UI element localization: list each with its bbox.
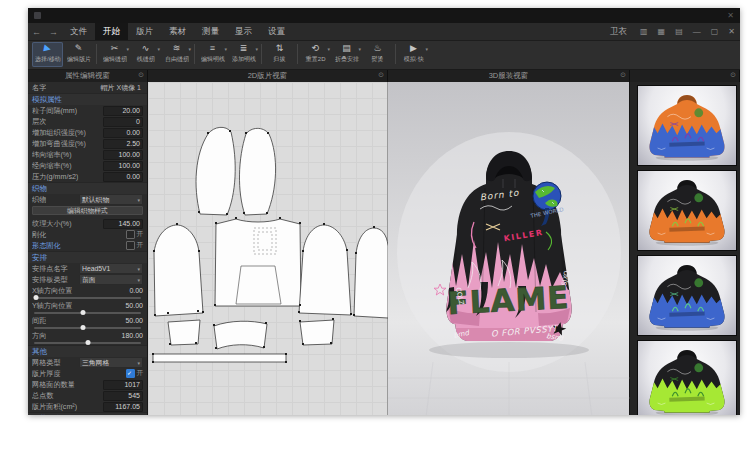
dropdown-select[interactable]: Head5V1▾ xyxy=(79,263,143,274)
garment-3d-view[interactable]: Born to THE WORLD KILLER FLAME O FOR PVS… xyxy=(388,82,630,415)
caret-down-icon: ▾ xyxy=(425,46,428,52)
menu-item-5[interactable]: 显示 xyxy=(227,23,260,40)
fold-arrange-icon: ▤ xyxy=(342,42,351,55)
panel-headers: 属性编辑视窗 ⊙ 2D版片视窗 ⊙ 3D服装视窗 ⊙ ⊙ xyxy=(28,70,740,82)
property-label: 纹理大小(%) xyxy=(32,219,72,229)
checkbox[interactable] xyxy=(126,241,135,250)
pattern-piece-sleeve-right[interactable] xyxy=(299,225,351,315)
pattern-piece-hood-left[interactable] xyxy=(196,127,235,215)
property-value[interactable]: 1017 xyxy=(103,380,143,390)
tool-free-sewing[interactable]: ≋▾自由缝纫 xyxy=(161,42,192,67)
tool-label: 模拟·快 xyxy=(404,55,424,63)
titlebar-close-icon[interactable]: ✕ xyxy=(727,12,734,20)
back-icon[interactable]: ← xyxy=(28,23,45,40)
property-label: Y轴方向位置 xyxy=(32,301,72,311)
panels-icon[interactable]: ▦ xyxy=(653,23,671,40)
section-header: 其他 xyxy=(28,345,147,357)
tool-edit-topstitch[interactable]: ≡▾编辑明线 xyxy=(197,42,228,67)
tool-label: 编辑缝纫 xyxy=(103,55,127,63)
panel-menu-icon[interactable]: ⊙ xyxy=(730,71,736,79)
variant-thumbnail-1[interactable] xyxy=(637,85,737,166)
pattern-pieces xyxy=(148,82,388,415)
property-value[interactable]: 0.00 xyxy=(103,172,143,182)
property-row: 纹理大小(%)145.00 xyxy=(28,218,147,229)
checkbox[interactable] xyxy=(126,369,135,378)
pattern-2d-view[interactable] xyxy=(148,82,388,415)
menu-item-1[interactable]: 开始 xyxy=(95,23,128,40)
property-label: 增加组织强度(%) xyxy=(32,128,86,138)
tool-shaping[interactable]: ⇅归拔 xyxy=(264,42,295,67)
pattern-piece-waistband[interactable] xyxy=(214,321,267,349)
pattern-piece-cuff-left[interactable] xyxy=(168,320,200,345)
slider-track[interactable] xyxy=(34,312,141,314)
property-row: 纬向缩率(%)100.00 xyxy=(28,149,147,160)
property-row: 安排板类型前面▾ xyxy=(28,274,147,285)
users-icon[interactable]: ▥ xyxy=(635,23,653,40)
property-label: 纬向缩率(%) xyxy=(32,150,72,160)
dropdown-select[interactable]: 默认织物▾ xyxy=(79,194,143,205)
panel-menu-icon[interactable]: ⊙ xyxy=(620,71,626,79)
slider-track[interactable] xyxy=(34,342,141,344)
variant-thumbnail-4[interactable] xyxy=(637,340,737,415)
menu-item-4[interactable]: 测量 xyxy=(194,23,227,40)
slider-value: 180.00 xyxy=(122,332,143,339)
toolbar-separator xyxy=(194,44,195,64)
property-value[interactable]: 1167.05 xyxy=(103,402,143,412)
slider-track[interactable] xyxy=(34,327,141,329)
caret-down-icon: ▾ xyxy=(255,46,258,52)
menu-item-0[interactable]: 文件 xyxy=(62,23,95,40)
tool-edit-sewing[interactable]: ✂▾编辑缝纫 xyxy=(99,42,130,67)
pattern-piece-hood-right[interactable] xyxy=(239,128,275,215)
pattern-piece-strip[interactable] xyxy=(153,354,286,362)
property-value[interactable]: 100.00 xyxy=(103,150,143,160)
pattern-piece-sleeve-left[interactable] xyxy=(154,225,203,316)
dropdown-select[interactable]: 三角网格▾ xyxy=(79,357,143,368)
tool-fold-arrange[interactable]: ▤▾折叠安排 xyxy=(331,42,362,67)
panel-menu-icon[interactable]: ⊙ xyxy=(378,71,384,79)
property-label: 刚化 xyxy=(32,230,46,240)
menu-item-3[interactable]: 素材 xyxy=(161,23,194,40)
menu-item-2[interactable]: 版片 xyxy=(128,23,161,40)
tool-reset-2d[interactable]: ⟲▾重置2D xyxy=(300,42,331,67)
maximize-icon[interactable]: ▢ xyxy=(706,23,724,40)
variant-thumbnail-3[interactable] xyxy=(637,255,737,336)
slider-knob[interactable] xyxy=(85,340,90,345)
tool-line-sewing[interactable]: ∿▾线缝纫 xyxy=(130,42,161,67)
variant-thumbnail-2[interactable] xyxy=(637,170,737,251)
panel-menu-icon[interactable]: ⊙ xyxy=(138,71,144,79)
section-header: 工艺信息 xyxy=(28,412,147,415)
property-row: 层次0 xyxy=(28,116,147,127)
pattern-piece-back-partial[interactable] xyxy=(354,228,388,318)
tool-select-arrow[interactable]: ▶选择/移动 xyxy=(32,42,63,67)
garment-shadow xyxy=(429,342,589,358)
property-value[interactable]: 145.00 xyxy=(103,219,143,229)
property-label: 粒子间隔(mm) xyxy=(32,106,77,116)
edit-fabric-style-button[interactable]: 编辑织物样式 xyxy=(32,206,143,215)
property-row: 安排点名字Head5V1▾ xyxy=(28,263,147,274)
slider-track[interactable] xyxy=(34,297,141,299)
close-icon[interactable]: ✕ xyxy=(723,23,740,40)
slider-knob[interactable] xyxy=(34,295,39,300)
minimize-icon[interactable]: — xyxy=(688,23,706,40)
tool-edit-pattern[interactable]: ✎编辑版片 xyxy=(63,42,94,67)
tool-simulate[interactable]: ▶▾模拟·快 xyxy=(398,42,429,67)
pattern-piece-cuff-right[interactable] xyxy=(300,320,334,345)
property-value[interactable]: 0 xyxy=(103,117,143,127)
toolbar: ▶选择/移动✎编辑版片✂▾编辑缝纫∿▾线缝纫≋▾自由缝纫≡▾编辑明线≣▾添加明线… xyxy=(28,41,740,70)
tool-iron[interactable]: ♨熨烫 xyxy=(362,42,393,67)
property-value[interactable]: 2.50 xyxy=(103,139,143,149)
chevron-down-icon: ▾ xyxy=(137,197,140,203)
menu-item-6[interactable]: 设置 xyxy=(260,23,293,40)
property-row: 增加组织强度(%)0.00 xyxy=(28,127,147,138)
forward-icon[interactable]: → xyxy=(45,23,62,40)
layout-icon[interactable]: ▤ xyxy=(670,23,688,40)
slider-knob[interactable] xyxy=(81,310,86,315)
slider-knob[interactable] xyxy=(81,325,86,330)
property-value[interactable]: 100.00 xyxy=(103,161,143,171)
tool-add-topstitch[interactable]: ≣▾添加明线 xyxy=(228,42,259,67)
dropdown-select[interactable]: 前面▾ xyxy=(79,274,143,285)
checkbox[interactable] xyxy=(126,230,135,239)
property-value[interactable]: 20.00 xyxy=(103,106,143,116)
property-value[interactable]: 0.00 xyxy=(103,128,143,138)
property-value[interactable]: 545 xyxy=(103,391,143,401)
